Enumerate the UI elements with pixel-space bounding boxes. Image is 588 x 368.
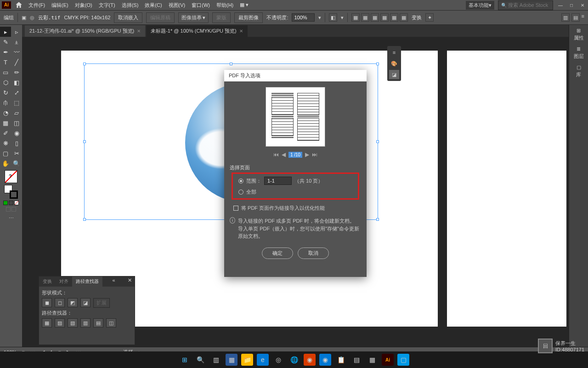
eraser-tool[interactable]: ◧ xyxy=(11,77,22,87)
workspace-switcher[interactable]: 基本功能 ▾ xyxy=(466,1,494,10)
cancel-embed-button[interactable]: 取消嵌入 xyxy=(114,12,142,23)
brush-tool[interactable]: ✏ xyxy=(11,67,22,77)
transform-icon[interactable]: ✦ xyxy=(425,13,434,22)
align-icon-4[interactable]: ▦ xyxy=(380,13,389,22)
ok-button[interactable]: 确定 xyxy=(262,247,293,259)
menu-file[interactable]: 文件(F) xyxy=(28,2,45,9)
menu-object[interactable]: 对象(O) xyxy=(75,2,92,9)
opacity-chevron[interactable]: ▾ xyxy=(318,15,321,21)
align-icon-1[interactable]: ▦ xyxy=(351,13,360,22)
range-input[interactable] xyxy=(264,177,292,185)
search-input[interactable]: 🔍 搜索 Adobe Stock xyxy=(498,0,553,10)
target-icon[interactable]: ▣ xyxy=(22,15,26,21)
pathfinder-tab[interactable]: 路径查找器 xyxy=(72,276,102,287)
image-trace-dropdown[interactable]: 图像描摹 ▾ xyxy=(178,12,209,23)
hand-tool[interactable]: ✋ xyxy=(0,158,11,168)
app-icon-3[interactable]: ◉ xyxy=(319,354,331,366)
explorer-icon[interactable]: 📁 xyxy=(241,354,253,366)
merge-button[interactable]: ▧ xyxy=(68,318,78,328)
window-close[interactable]: ✕ xyxy=(579,1,586,9)
type-tool[interactable]: T xyxy=(0,57,11,67)
libraries-panel[interactable]: ▢库 xyxy=(576,64,581,78)
first-icon[interactable]: ⏮ xyxy=(273,151,279,158)
swatches-panel-icon[interactable]: ◪ xyxy=(389,70,399,79)
free-transform-tool[interactable]: ⬚ xyxy=(11,98,22,108)
layout-icon[interactable]: ▦ ▾ xyxy=(240,2,249,9)
last-icon[interactable]: ⏭ xyxy=(312,151,317,158)
menu-edit[interactable]: 编辑(E) xyxy=(51,2,68,9)
style-icon[interactable]: ◧ xyxy=(329,13,337,22)
main-menu[interactable]: 文件(F) 编辑(E) 对象(O) 文字(T) 选择(S) 效果(C) 视图(V… xyxy=(28,2,249,9)
all-radio[interactable] xyxy=(238,190,243,195)
graph-tool[interactable]: ▯ xyxy=(11,138,22,148)
menu-effect[interactable]: 效果(C) xyxy=(145,2,162,9)
close-tab-icon[interactable]: ✕ xyxy=(137,29,141,34)
direct-selection-tool[interactable]: ▹ xyxy=(11,27,22,37)
gradient-tool[interactable]: ◫ xyxy=(11,118,22,128)
app-icon-2[interactable]: ◉ xyxy=(304,354,316,366)
align-icon-5[interactable]: ▦ xyxy=(390,13,398,22)
default-fill-stroke[interactable]: ? xyxy=(5,170,17,183)
app-icon-5[interactable]: ▤ xyxy=(351,354,362,366)
layers-panel[interactable]: ≣图层 xyxy=(574,46,584,60)
selection-tool[interactable]: ▸ xyxy=(0,27,11,37)
align-icon-2[interactable]: ▦ xyxy=(361,13,369,22)
shaper-tool[interactable]: ⬡ xyxy=(0,77,11,87)
menu-select[interactable]: 选择(S) xyxy=(122,2,139,9)
start-icon[interactable]: ⊞ xyxy=(179,354,191,366)
fill-stroke-swatch[interactable] xyxy=(4,185,18,199)
prev-icon[interactable]: ◀ xyxy=(282,151,286,158)
document-tab-1[interactable]: 21-12-王鸿伟-01.ai* @ 150% (RGB/GPU 预览)✕ xyxy=(25,25,145,37)
align-icon-6[interactable]: ▦ xyxy=(400,13,408,22)
minus-front-button[interactable]: ◻ xyxy=(55,298,65,307)
cancel-button[interactable]: 取消 xyxy=(298,247,329,259)
magic-wand-tool[interactable]: ✎ xyxy=(0,37,11,47)
pen-tool[interactable]: ✒ xyxy=(0,47,11,57)
properties-panel[interactable]: ⊞属性 xyxy=(574,28,584,41)
rotate-tool[interactable]: ↻ xyxy=(0,87,11,98)
panel-close-icon[interactable]: ✕ xyxy=(125,276,135,287)
symbol-tool[interactable]: ❋ xyxy=(0,138,11,148)
search-task-icon[interactable]: 🔍 xyxy=(194,354,206,366)
close-tab-icon[interactable]: ✕ xyxy=(239,29,243,34)
edit-toolbar[interactable]: ⋯ xyxy=(9,215,14,221)
curvature-tool[interactable]: 〰 xyxy=(11,47,22,57)
screen-mode-row[interactable] xyxy=(6,207,16,212)
color-mode-row[interactable] xyxy=(3,201,19,205)
widgets-icon[interactable]: ▦ xyxy=(226,354,237,366)
app-icon-1[interactable]: ◎ xyxy=(272,354,284,366)
ai-task-icon[interactable]: Ai xyxy=(382,354,394,366)
minus-back-button[interactable]: ◫ xyxy=(106,318,116,328)
menu-help[interactable]: 帮助(H) xyxy=(216,2,233,9)
taskview-icon[interactable]: ▥ xyxy=(210,354,222,366)
blend-tool[interactable]: ◉ xyxy=(11,128,22,138)
trim-button[interactable]: ▨ xyxy=(55,318,65,328)
eyedropper-tool[interactable]: ✐ xyxy=(0,128,11,138)
chrome-icon[interactable]: 🌐 xyxy=(288,354,300,366)
perspective-tool[interactable]: ▱ xyxy=(11,108,22,118)
opacity-input[interactable] xyxy=(292,13,315,22)
transform-tab[interactable]: 变换 xyxy=(39,276,56,287)
panel-icon-1[interactable]: ▥ xyxy=(561,13,570,22)
unite-button[interactable]: ◼ xyxy=(42,298,52,307)
zoom-tool[interactable]: 🔍 xyxy=(11,158,22,168)
align-tab[interactable]: 对齐 xyxy=(56,276,72,287)
scale-tool[interactable]: ⤢ xyxy=(11,87,22,98)
slice-tool[interactable]: ✂ xyxy=(11,148,22,158)
panel-icon-2[interactable]: ▤ xyxy=(571,13,580,22)
window-maximize[interactable]: □ xyxy=(568,1,575,9)
divide-button[interactable]: ▦ xyxy=(42,318,52,328)
app-icon-6[interactable]: ▦ xyxy=(366,354,378,366)
menu-window[interactable]: 窗口(W) xyxy=(192,2,210,9)
edge-icon[interactable]: e xyxy=(257,354,269,366)
exclude-button[interactable]: ◪ xyxy=(80,298,90,307)
rectangle-tool[interactable]: ▭ xyxy=(0,67,11,77)
crop-pf-button[interactable]: ▥ xyxy=(80,318,90,328)
home-icon[interactable] xyxy=(15,1,23,9)
range-radio[interactable] xyxy=(238,178,243,184)
document-tab-2[interactable]: 未标题-1* @ 100% (CMYK/GPU 预览)✕ xyxy=(146,25,248,37)
doc-ctrl-menu[interactable]: ≡ xyxy=(389,48,399,57)
align-icon-3[interactable]: ▦ xyxy=(371,13,379,22)
link-checkbox[interactable] xyxy=(233,206,238,211)
intersect-button[interactable]: ◩ xyxy=(68,298,78,307)
